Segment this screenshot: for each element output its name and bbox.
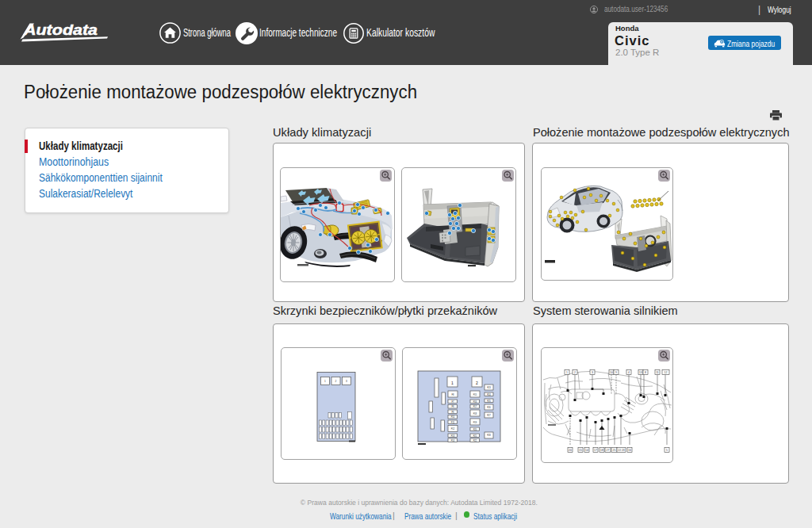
svg-text:F21: F21 [473, 434, 477, 438]
svg-text:1: 1 [566, 371, 568, 374]
svg-text:3: 3 [346, 380, 347, 383]
svg-text:4: 4 [628, 371, 630, 374]
svg-text:F11: F11 [451, 421, 455, 424]
svg-text:15: 15 [579, 449, 582, 452]
svg-text:2: 2 [335, 380, 337, 383]
svg-text:F25: F25 [487, 400, 491, 403]
svg-text:F19: F19 [473, 421, 477, 424]
svg-text:3: 3 [592, 371, 593, 374]
svg-text:F20: F20 [473, 428, 477, 431]
svg-text:22 23: 22 23 [618, 449, 625, 452]
svg-text:F17: F17 [473, 405, 477, 408]
svg-text:27: 27 [606, 449, 609, 452]
svg-text:13: 13 [639, 371, 642, 374]
svg-text:10: 10 [610, 371, 613, 374]
svg-text:14: 14 [585, 449, 588, 452]
svg-text:1: 1 [324, 380, 326, 383]
svg-text:5: 5 [666, 449, 668, 452]
svg-text:F15: F15 [473, 393, 477, 396]
svg-text:9: 9 [615, 371, 617, 374]
svg-text:2: 2 [476, 381, 478, 385]
svg-text:20: 20 [569, 449, 572, 452]
svg-text:F18: F18 [473, 412, 477, 415]
svg-text:18: 18 [600, 449, 603, 452]
svg-text:F24: F24 [487, 393, 491, 396]
svg-text:12: 12 [664, 371, 667, 374]
svg-text:F23: F23 [487, 386, 491, 389]
svg-text:F22: F22 [473, 439, 477, 442]
svg-text:F10: F10 [451, 415, 455, 419]
svg-text:F26: F26 [487, 406, 491, 409]
svg-text:11: 11 [656, 371, 659, 374]
svg-text:8: 8 [645, 371, 646, 374]
svg-text:F12: F12 [451, 427, 455, 430]
svg-text:25: 25 [612, 449, 615, 452]
svg-text:F27: F27 [487, 414, 491, 417]
svg-text:1: 1 [451, 381, 454, 385]
svg-text:17: 17 [594, 449, 597, 452]
svg-text:2: 2 [574, 371, 576, 374]
svg-text:F16: F16 [473, 400, 477, 404]
svg-text:F13: F13 [451, 434, 455, 438]
svg-text:16: 16 [628, 449, 631, 452]
svg-text:F28: F28 [487, 434, 491, 437]
svg-text:F14: F14 [451, 439, 455, 442]
